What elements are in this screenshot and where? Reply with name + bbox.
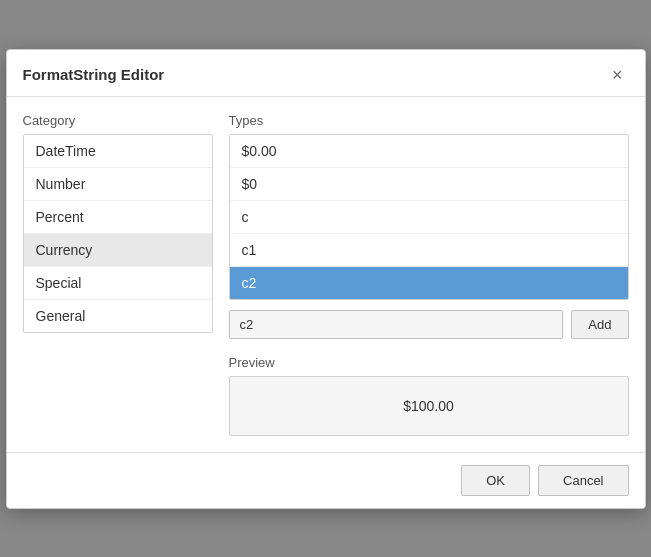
type-item-2[interactable]: c [230, 201, 628, 234]
type-item-1[interactable]: $0 [230, 168, 628, 201]
add-button[interactable]: Add [571, 310, 628, 339]
formatstring-dialog: FormatString Editor × Category DateTime … [6, 49, 646, 509]
cancel-button[interactable]: Cancel [538, 465, 628, 496]
types-list: $0.00 $0 c c1 c2 [229, 134, 629, 300]
types-column: Types $0.00 $0 c c1 c2 Add Preview $100.… [229, 113, 629, 436]
preview-box: $100.00 [229, 376, 629, 436]
close-button[interactable]: × [606, 64, 629, 86]
type-item-4[interactable]: c2 [230, 267, 628, 299]
category-item-datetime[interactable]: DateTime [24, 135, 212, 168]
category-label: Category [23, 113, 213, 128]
format-input[interactable] [229, 310, 564, 339]
dialog-title: FormatString Editor [23, 66, 165, 83]
category-list: DateTime Number Percent Currency Special… [23, 134, 213, 333]
dialog-footer: OK Cancel [7, 452, 645, 508]
preview-value: $100.00 [403, 398, 454, 414]
category-item-special[interactable]: Special [24, 267, 212, 300]
category-item-currency[interactable]: Currency [24, 234, 212, 267]
category-item-number[interactable]: Number [24, 168, 212, 201]
type-item-3[interactable]: c1 [230, 234, 628, 267]
preview-section: Preview $100.00 [229, 355, 629, 436]
type-item-0[interactable]: $0.00 [230, 135, 628, 168]
types-label: Types [229, 113, 629, 128]
category-column: Category DateTime Number Percent Currenc… [23, 113, 213, 436]
category-item-percent[interactable]: Percent [24, 201, 212, 234]
dialog-header: FormatString Editor × [7, 50, 645, 97]
ok-button[interactable]: OK [461, 465, 530, 496]
category-item-general[interactable]: General [24, 300, 212, 332]
format-input-row: Add [229, 310, 629, 339]
preview-label: Preview [229, 355, 629, 370]
dialog-body: Category DateTime Number Percent Currenc… [7, 97, 645, 452]
